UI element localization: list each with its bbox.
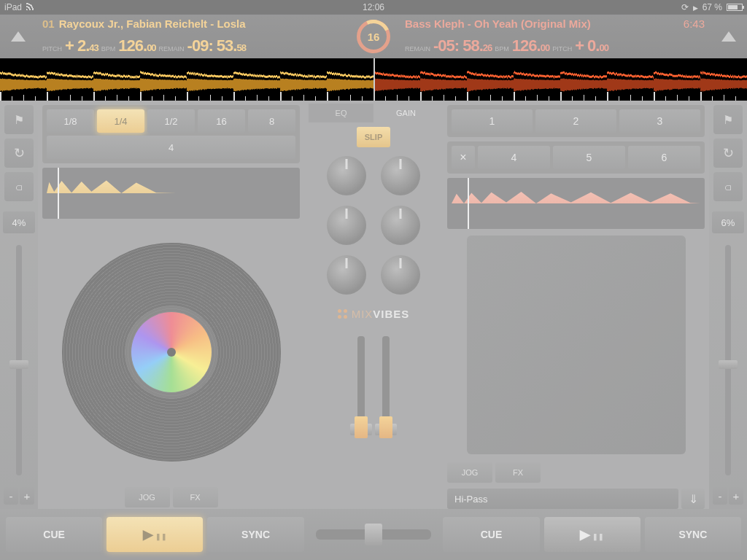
deck-a-remain: -09: 53.58: [187, 36, 246, 55]
playhead-marker: [374, 58, 375, 101]
cue-button-b[interactable]: CUE: [443, 517, 539, 552]
slip-button[interactable]: SLIP: [357, 127, 390, 147]
pitch-range-left[interactable]: 4%: [3, 211, 35, 233]
mixvibes-logo: MIXVIBES: [338, 308, 410, 320]
loop-btn[interactable]: 8: [248, 109, 295, 133]
eject-right-button[interactable]: [721, 31, 736, 42]
play-icon: [143, 526, 167, 542]
empty-jog-b[interactable]: [467, 236, 686, 454]
left-edge-strip: 4% -+: [0, 101, 38, 509]
deck-b-pitch: + 0.00: [575, 36, 608, 55]
play-button-b[interactable]: [544, 517, 640, 552]
sync-button-b[interactable]: SYNC: [645, 517, 741, 552]
pitch-fader-left[interactable]: [16, 245, 22, 475]
pitch-minus-right[interactable]: -: [713, 487, 727, 505]
deck-header: 01Raycoux Jr., Fabian Reichelt - Losla P…: [0, 15, 747, 58]
mixer-panel: EQ GAIN SLIP MIXVIBES: [304, 101, 443, 509]
channel-fader-a[interactable]: [357, 336, 365, 438]
loop-btn-selected[interactable]: 1/4: [97, 109, 144, 133]
loop-grid-a: 1/8 1/4 1/2 16 8 4: [42, 105, 300, 163]
record-label-a: [131, 312, 212, 392]
jog-button-a[interactable]: JOG: [125, 487, 170, 508]
bars-button-left[interactable]: [4, 172, 34, 201]
loop-btn[interactable]: 1/2: [147, 109, 195, 133]
orientation-lock-icon: [681, 2, 689, 12]
fx-select-arrow[interactable]: ⇓: [681, 489, 705, 509]
right-edge-strip: 6% -+: [709, 101, 747, 509]
gain-tab[interactable]: GAIN: [374, 104, 438, 122]
pitch-fader-right[interactable]: [725, 245, 731, 475]
overview-waveform-a[interactable]: [42, 168, 300, 219]
hotcue-btn[interactable]: 6: [628, 146, 700, 169]
hotcue-btn[interactable]: 1: [452, 109, 533, 133]
main-area: 4% -+ 1/8 1/4 1/2 16 8 4 JOG FX EQ GAIN …: [0, 101, 747, 509]
play-icon: [580, 526, 604, 542]
transport-bar: CUE SYNC CUE SYNC: [0, 509, 747, 560]
overview-waveform-b[interactable]: [447, 178, 705, 229]
gain-knob-b-mid[interactable]: [381, 206, 420, 245]
flag-button-left[interactable]: [4, 105, 34, 134]
pitch-plus-left[interactable]: +: [20, 487, 34, 505]
beat-counter-ring[interactable]: 16: [357, 20, 390, 53]
gain-knob-b-hi[interactable]: [381, 156, 420, 195]
deck-b-track[interactable]: Bass Kleph - Oh Yeah (Original Mix)6:43: [405, 18, 705, 30]
hotcue-delete[interactable]: ×: [452, 146, 475, 169]
deck-a-panel: 1/8 1/4 1/2 16 8 4 JOG FX: [38, 101, 304, 509]
loop-btn[interactable]: 1/8: [47, 109, 94, 133]
battery-pct: 67 %: [703, 2, 722, 12]
eq-tab[interactable]: EQ: [309, 104, 374, 122]
gain-knob-b-lo[interactable]: [381, 255, 420, 295]
battery-icon: [727, 4, 743, 11]
fx-button-b[interactable]: FX: [495, 462, 541, 483]
loop-btn[interactable]: 4: [47, 136, 295, 159]
device-label: iPad: [4, 2, 22, 12]
flag-button-right[interactable]: [713, 105, 743, 134]
clock: 12:06: [363, 2, 384, 12]
channel-fader-b[interactable]: [382, 336, 390, 438]
crossfader[interactable]: [316, 529, 432, 540]
deck-a-bpm: 126.00: [118, 36, 155, 55]
gain-knob-a-hi[interactable]: [327, 156, 366, 195]
eject-left-button[interactable]: [11, 31, 26, 42]
cue-button-a[interactable]: CUE: [6, 517, 102, 552]
fx-button-a[interactable]: FX: [173, 487, 218, 508]
hotcue-btn[interactable]: 3: [619, 109, 700, 133]
cycle-button-right[interactable]: [713, 139, 743, 168]
play-button-a[interactable]: [107, 517, 203, 552]
deck-b-bpm: 126.00: [512, 36, 549, 55]
gain-knob-a-mid[interactable]: [327, 206, 366, 245]
loop-btn[interactable]: 16: [198, 109, 245, 133]
hotcue-btn[interactable]: 2: [535, 109, 616, 133]
fx-select-name[interactable]: Hi-Pass: [447, 489, 678, 509]
pitch-range-right[interactable]: 6%: [712, 211, 744, 233]
hotcue-btn[interactable]: 4: [478, 146, 550, 169]
deck-a-pitch: + 2.43: [65, 36, 98, 55]
scrolling-waveform[interactable]: [0, 58, 747, 101]
vinyl-jog-a[interactable]: [62, 243, 281, 462]
sync-button-a[interactable]: SYNC: [207, 517, 303, 552]
jog-button-b[interactable]: JOG: [447, 462, 492, 483]
pitch-plus-right[interactable]: +: [729, 487, 743, 505]
playing-icon: [693, 2, 698, 12]
deck-b-panel: 1 2 3 × 4 5 6 JOG FX Hi-Pass ⇓: [443, 101, 709, 509]
hotcue-grid-b: 1 2 3: [447, 105, 705, 137]
deck-a-track[interactable]: 01Raycoux Jr., Fabian Reichelt - Losla: [42, 18, 342, 30]
ios-status-bar: iPad 12:06 67 %: [0, 0, 747, 15]
cycle-button-left[interactable]: [4, 139, 34, 168]
bars-button-right[interactable]: [713, 172, 743, 201]
pitch-minus-left[interactable]: -: [4, 487, 18, 505]
deck-b-remain: -05: 58.26: [433, 36, 492, 55]
wifi-icon: [26, 2, 36, 12]
gain-knob-a-lo[interactable]: [327, 255, 366, 295]
hotcue-btn[interactable]: 5: [553, 146, 625, 169]
